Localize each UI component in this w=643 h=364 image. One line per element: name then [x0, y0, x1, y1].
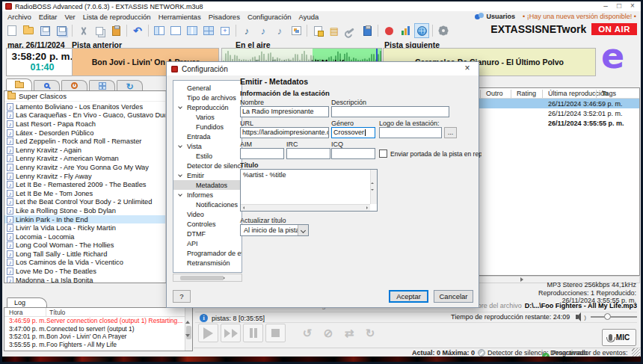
list-item[interactable]: Livin' la Vida Loca - Ricky Martin	[4, 223, 165, 232]
view-split-button[interactable]	[152, 23, 167, 38]
shuffle-button[interactable]	[340, 324, 358, 342]
list-item[interactable]: Lenny Kravitz - Are You Gonna Go My Way	[4, 163, 165, 172]
next-button[interactable]	[221, 324, 241, 342]
queue-track-button[interactable]	[272, 23, 287, 38]
list-item[interactable]: Los Caminos de la Vida - Vicentico	[4, 259, 165, 268]
save-button[interactable]	[37, 23, 52, 38]
textarea-hscrollbar[interactable]	[241, 204, 370, 211]
log-scrollbar[interactable]	[185, 308, 192, 351]
add-track-button[interactable]	[239, 23, 254, 38]
play-button[interactable]	[198, 324, 218, 342]
settings-tree-item[interactable]: Vista	[173, 141, 241, 151]
tab-pads[interactable]	[89, 80, 115, 90]
list-item[interactable]: Madonna - La Isla Bonita	[4, 276, 165, 283]
report-button[interactable]	[310, 23, 325, 38]
settings-button[interactable]	[436, 23, 451, 38]
list-item[interactable]: Let the Beat Control Your Body - 2 Unlim…	[4, 198, 165, 207]
tab-folders[interactable]	[6, 78, 32, 90]
scrollbar-thumb[interactable]	[180, 276, 224, 280]
list-item[interactable]: Let It Be - Remastered 2009 - The Beatle…	[4, 180, 165, 189]
stop-button[interactable]	[265, 324, 286, 342]
settings-tree-item[interactable]: Detector de silencio	[173, 161, 241, 170]
menu-item[interactable]: Editar	[35, 13, 61, 21]
mic-button[interactable]: MIC	[602, 329, 636, 346]
column-header[interactable]: Última reproducción	[548, 90, 608, 97]
cancel-button[interactable]: Cancelar	[434, 290, 473, 303]
settings-tree-item[interactable]: Retransmisión	[173, 258, 241, 268]
settings-tree-item[interactable]: Emitir	[173, 170, 241, 180]
paste-button[interactable]	[108, 23, 123, 38]
no-advance-button[interactable]	[319, 324, 337, 342]
broadcast-button[interactable]	[414, 23, 429, 38]
textarea-vscrollbar[interactable]	[370, 170, 377, 204]
repeat-button[interactable]	[298, 324, 316, 342]
list-item[interactable]: Led Zeppelin - Rock and Roll - Remaster	[4, 137, 165, 146]
library-folder[interactable]: Super Clasicos	[4, 91, 173, 102]
menu-item[interactable]: Pisadores	[205, 13, 244, 21]
pause-button[interactable]	[243, 324, 263, 342]
open-playlist-button[interactable]	[21, 23, 36, 38]
list-item[interactable]: Látex - Desorden Público	[4, 129, 165, 138]
list-item[interactable]: Lenny Kravitz - Fly Away	[4, 172, 165, 181]
settings-tree-item[interactable]: Reproducción	[173, 102, 241, 112]
settings-tree-item[interactable]: Programador de evento	[173, 248, 241, 258]
logo-input[interactable]	[379, 127, 442, 138]
users-button[interactable]: Usuarios	[475, 13, 516, 20]
settings-tree-item[interactable]: Fundidos	[173, 122, 241, 132]
minimize-button[interactable]: –	[599, 1, 612, 11]
settings-tree-item[interactable]: Tipo de archivos	[173, 93, 241, 102]
list-item[interactable]: Last Resort - Papa Roach	[4, 120, 165, 129]
settings-tree-item[interactable]: Controles	[173, 219, 241, 229]
slider-thumb[interactable]	[604, 313, 611, 320]
volume-slider[interactable]	[591, 313, 637, 321]
settings-tree-item[interactable]: Video	[173, 209, 241, 219]
list-item[interactable]: Love Me Do - The Beatles	[4, 267, 165, 276]
title-format-textarea[interactable]: %artist - %title	[240, 169, 378, 212]
list-item[interactable]: Locomia - Locomia	[4, 232, 165, 241]
name-input[interactable]: La Radio Impresionante	[240, 106, 329, 117]
genre-input[interactable]: Crossover	[331, 127, 375, 138]
copy-button[interactable]	[92, 23, 107, 38]
insert-track-button[interactable]	[256, 23, 271, 38]
close-button[interactable]: ×	[626, 1, 639, 11]
log-col-time[interactable]: Hora	[4, 308, 46, 317]
loop-button[interactable]	[361, 324, 379, 342]
music-library-button[interactable]	[327, 23, 342, 38]
list-item[interactable]: Las Caraqueñas - En Vivo - Guaco, Gustav…	[4, 111, 165, 120]
list-item[interactable]: Lenny Kravitz - Again	[4, 146, 165, 155]
view-single-button[interactable]	[168, 23, 183, 38]
tab-log[interactable]: Log	[7, 297, 47, 307]
tools-button[interactable]	[343, 23, 358, 38]
save-as-button[interactable]	[54, 23, 69, 38]
column-header[interactable]: Tags	[602, 90, 616, 97]
list-item[interactable]: Let It Be Me - Tom Jones	[4, 189, 165, 198]
accept-button[interactable]: Aceptar	[389, 290, 428, 303]
resize-grip[interactable]	[632, 348, 640, 357]
menu-item[interactable]: Ayuda	[295, 13, 323, 21]
speaker-icon[interactable]	[576, 315, 578, 319]
tab-search[interactable]	[34, 80, 60, 90]
log-col-title[interactable]: Título	[46, 309, 65, 316]
settings-tree-item[interactable]: Estilo	[173, 151, 241, 161]
icq-input[interactable]	[331, 148, 375, 159]
update-notice-link[interactable]: • ¡Hay una nueva versión disponible! •	[523, 13, 636, 20]
list-item[interactable]: Lamento Boliviano - Los Enanitos Verdes	[4, 102, 165, 111]
menu-item[interactable]: Configuración	[244, 13, 295, 21]
maximize-button[interactable]: □	[612, 1, 626, 11]
browse-button[interactable]: ...	[444, 127, 457, 138]
tab-sync[interactable]	[117, 80, 143, 90]
column-header[interactable]: Outro	[486, 90, 503, 97]
settings-tree-item[interactable]: Notificaciones	[173, 200, 241, 209]
aim-input[interactable]	[240, 148, 284, 159]
view-columns-button[interactable]	[185, 23, 200, 38]
undo-button[interactable]	[130, 23, 145, 38]
tree-hscrollbar[interactable]	[173, 274, 242, 282]
menu-item[interactable]: Archivo	[4, 13, 35, 21]
menu-item[interactable]: Lista de reproducción	[79, 13, 155, 21]
menu-item[interactable]: Herramientas	[155, 13, 205, 21]
menu-item[interactable]: Ver	[61, 13, 79, 21]
send-cover-checkbox[interactable]	[379, 149, 387, 158]
notes-button[interactable]	[360, 23, 375, 38]
new-playlist-button[interactable]	[4, 23, 19, 38]
view-add-button[interactable]	[218, 23, 233, 38]
